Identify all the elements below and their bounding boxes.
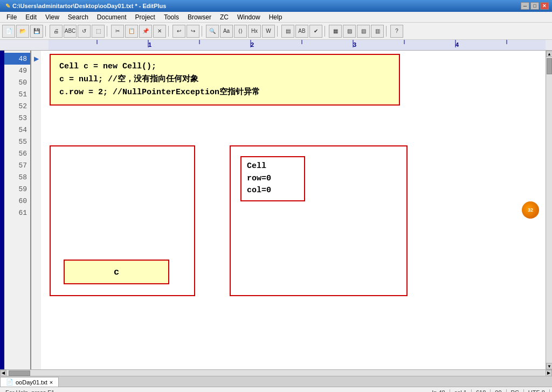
hscroll-track[interactable] <box>6 370 546 376</box>
toolbar-sep4 <box>202 26 204 37</box>
code-line-2: c = null; //空，没有指向任何对象 <box>59 73 390 86</box>
line-num-61: 61 <box>4 207 30 219</box>
tb-btn15[interactable]: ? <box>390 25 403 38</box>
menu-search[interactable]: Search <box>64 12 93 22</box>
tb-btn6[interactable]: Hx <box>248 25 261 38</box>
line-num-50: 50 <box>4 76 30 88</box>
toolbar-sep6 <box>325 26 327 37</box>
line-num-52: 52 <box>4 100 30 112</box>
menu-help[interactable]: Help <box>265 12 287 22</box>
save-button[interactable]: 💾 <box>30 25 43 38</box>
tb-btn10[interactable]: ✔ <box>309 25 322 38</box>
editor-container: 48 49 50 51 52 53 54 55 56 57 58 59 60 6… <box>0 51 552 369</box>
line-num-56: 56 <box>4 148 30 159</box>
right-diagram-box: Cell row=0 col=0 <box>230 145 408 296</box>
line-num-60: 60 <box>4 195 30 207</box>
menu-tools[interactable]: Tools <box>160 12 183 22</box>
toolbar-sep7 <box>386 26 388 37</box>
scroll-right-button[interactable]: ▶ <box>546 370 552 376</box>
ruler-label-4: 4 <box>456 41 459 48</box>
cell-line-2: row=0 <box>247 173 299 185</box>
tab-label: ooDay01.txt <box>16 379 47 386</box>
status-right: In 48 col 1 618 00 PC UTF-8 <box>427 389 550 393</box>
scroll-down-button[interactable]: ▼ <box>546 363 552 369</box>
menu-zc[interactable]: ZC <box>216 12 233 22</box>
print-button[interactable]: 🖨 <box>50 25 63 38</box>
minimize-button[interactable]: ─ <box>521 2 529 10</box>
arrow-row-53 <box>31 112 41 124</box>
tab-bar: 📄 ooDay01.txt × <box>0 376 552 387</box>
line-num-51: 51 <box>4 88 30 100</box>
open-button[interactable]: 📂 <box>16 25 29 38</box>
tb-btn5[interactable]: ⟨⟩ <box>234 25 247 38</box>
left-diagram-box: c <box>50 145 195 296</box>
c-var-box: c <box>64 260 169 284</box>
ruler-ticks <box>49 40 546 51</box>
menu-edit[interactable]: Edit <box>21 12 41 22</box>
scroll-track[interactable] <box>546 75 552 363</box>
arrow-row-57 <box>31 159 41 171</box>
tb-btn14[interactable]: ▥ <box>371 25 384 38</box>
line-num-54: 54 <box>4 124 30 136</box>
menu-document[interactable]: Document <box>93 12 131 22</box>
scroll-thumb[interactable] <box>547 58 552 74</box>
close-button[interactable]: ✕ <box>540 2 549 10</box>
tb-btn3[interactable]: ↺ <box>78 25 91 38</box>
code-line-3: c.row = 2; //NullPointerException空指针异常 <box>59 86 390 99</box>
code-area[interactable]: Cell c = new Cell(); c = null; //空，没有指向任… <box>41 51 546 369</box>
app-icon: ✎ <box>5 3 10 10</box>
line-num-49: 49 <box>4 65 30 76</box>
restore-button[interactable]: □ <box>530 2 539 10</box>
copy-button[interactable]: 📋 <box>125 25 138 38</box>
arrow-indicator: ▶ <box>31 51 41 369</box>
arrow-row-55 <box>31 136 41 148</box>
delete-button[interactable]: ✕ <box>153 25 166 38</box>
arrow-row-58 <box>31 171 41 183</box>
find-button[interactable]: 🔍 <box>206 25 219 38</box>
menu-browser[interactable]: Browser <box>183 12 216 22</box>
scroll-up-button[interactable]: ▲ <box>546 51 552 57</box>
arrow-row-48: ▶ <box>31 53 41 65</box>
redo-button[interactable]: ↪ <box>187 25 199 38</box>
tab-close[interactable]: × <box>50 379 53 386</box>
arrow-row-51 <box>31 88 41 100</box>
paste-button[interactable]: 📌 <box>139 25 152 38</box>
menu-project[interactable]: Project <box>131 12 160 22</box>
tb-btn13[interactable]: ▧ <box>357 25 370 38</box>
tb-btn9[interactable]: AB <box>295 25 308 38</box>
orange-circle: 32 <box>522 201 539 219</box>
menu-view[interactable]: View <box>41 12 64 22</box>
hscroll-thumb[interactable] <box>9 370 30 376</box>
svg-rect-0 <box>49 40 546 51</box>
menu-window[interactable]: Window <box>233 12 265 22</box>
tb-btn8[interactable]: ▤ <box>281 25 294 38</box>
new-button[interactable]: 📄 <box>2 25 15 38</box>
arrow-row-50 <box>31 76 41 88</box>
arrow-row-59 <box>31 183 41 195</box>
cell-line-3: col=0 <box>247 185 299 197</box>
spell-button[interactable]: ABC <box>64 25 77 38</box>
horizontal-scrollbar[interactable]: ◀ ▶ <box>0 369 552 376</box>
vertical-scrollbar[interactable]: ▲ ▼ <box>546 51 552 369</box>
tb-btn7[interactable]: W <box>262 25 275 38</box>
arrow-row-52 <box>31 100 41 112</box>
code-comment-box: Cell c = new Cell(); c = null; //空，没有指向任… <box>50 54 400 106</box>
replace-button[interactable]: Aa <box>220 25 233 38</box>
ruler-label-1: 1 <box>148 41 151 48</box>
tb-btn12[interactable]: ▨ <box>343 25 356 38</box>
undo-button[interactable]: ↩ <box>172 25 185 38</box>
status-pc: PC <box>507 389 524 393</box>
tab-ooday01[interactable]: 📄 ooDay01.txt × <box>0 377 59 387</box>
left-bar <box>0 51 4 369</box>
tb-btn4[interactable]: ⬚ <box>92 25 105 38</box>
line-num-57: 57 <box>4 159 30 171</box>
menu-bar: File Edit View Search Document Project T… <box>0 12 552 23</box>
menu-file[interactable]: File <box>2 12 21 22</box>
cut-button[interactable]: ✂ <box>111 25 124 38</box>
arrow-row-49 <box>31 65 41 76</box>
toolbar-sep1 <box>45 26 47 37</box>
line-num-55: 55 <box>4 136 30 148</box>
status-bar: For Help, press F1 In 48 col 1 618 00 PC… <box>0 387 552 392</box>
tb-btn11[interactable]: ▦ <box>329 25 342 38</box>
scroll-left-button[interactable]: ◀ <box>0 370 6 376</box>
